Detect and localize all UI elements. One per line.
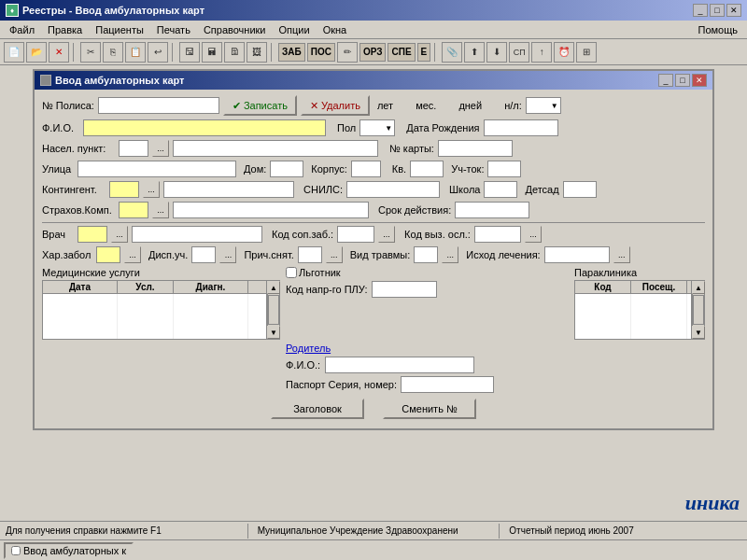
ulitsa-input[interactable] <box>78 161 236 177</box>
roditel-row: Родитель <box>286 343 705 354</box>
kontingent-lookup-btn[interactable]: ... <box>143 181 160 198</box>
toolbar-new[interactable]: 📄 <box>4 42 24 63</box>
kod-sop-input[interactable] <box>337 226 374 243</box>
kod-sop-lookup-btn[interactable]: ... <box>378 226 395 243</box>
delete-button[interactable]: ✕ Удалить <box>301 95 370 116</box>
maximize-button[interactable]: □ <box>710 4 725 17</box>
menu-references[interactable]: Справочники <box>198 23 272 36</box>
kontingent-code-input[interactable] <box>109 181 139 198</box>
vrach-code-input[interactable] <box>78 226 107 243</box>
pol-dropdown[interactable]: ▼ <box>359 119 395 136</box>
para-scroll-up[interactable]: ▲ <box>692 281 705 294</box>
nasel-name-input[interactable] <box>173 140 378 157</box>
toolbar-pen[interactable]: ✏ <box>337 42 358 63</box>
toolbar-down[interactable]: ⬇ <box>486 42 507 63</box>
menu-options[interactable]: Опции <box>274 23 316 36</box>
toolbar-arr[interactable]: ↑ <box>531 42 552 63</box>
menu-help[interactable]: Помощь <box>693 23 744 36</box>
smenit-button[interactable]: Сменить № <box>383 399 476 419</box>
prich-code-input[interactable] <box>298 246 322 263</box>
polisa-input[interactable] <box>98 97 219 114</box>
let-label: лет <box>377 100 393 111</box>
karta-input[interactable] <box>438 140 513 157</box>
pasport-input[interactable] <box>401 376 494 393</box>
para-scroll-down[interactable]: ▼ <box>692 326 705 339</box>
toolbar-copy[interactable]: ⎘ <box>103 42 123 63</box>
strahov-name-input[interactable] <box>173 202 369 218</box>
para-cell-kod-3 <box>575 324 631 339</box>
kod-vyz-lookup-btn[interactable]: ... <box>525 226 542 243</box>
menu-windows[interactable]: Окна <box>317 23 353 36</box>
nl-dropdown[interactable]: ▼ <box>526 97 561 114</box>
minimize-button[interactable]: _ <box>693 4 708 17</box>
menu-file[interactable]: Файл <box>4 23 40 36</box>
xar-code-input[interactable] <box>96 246 120 263</box>
detsad-input[interactable] <box>563 181 597 198</box>
nasel-lookup-btn[interactable]: ... <box>152 140 169 157</box>
isxod-lookup-btn[interactable]: ... <box>613 246 630 263</box>
scroll-up-arrow[interactable]: ▲ <box>267 281 280 294</box>
status-help: Для получения справки нажмите F1 <box>6 525 238 536</box>
menu-edit[interactable]: Правка <box>42 23 88 36</box>
kv-input[interactable] <box>410 161 444 177</box>
nasel-code-input[interactable] <box>119 140 148 157</box>
srok-input[interactable] <box>455 202 529 218</box>
toolbar-attach[interactable]: 📎 <box>442 42 462 63</box>
disp-code-input[interactable] <box>191 246 216 263</box>
taskbar-checkbox[interactable] <box>11 546 21 555</box>
menu-print[interactable]: Печать <box>151 23 196 36</box>
dob-input[interactable] <box>484 119 558 136</box>
korpus-input[interactable] <box>351 161 381 177</box>
toolbar-up[interactable]: ⬆ <box>464 42 485 63</box>
isxod-input[interactable] <box>544 246 610 263</box>
toolbar-t2[interactable]: 🖬 <box>202 42 222 63</box>
scroll-down-arrow[interactable]: ▼ <box>267 326 280 339</box>
kod-vyz-input[interactable] <box>474 226 521 243</box>
toolbar-open[interactable]: 📂 <box>26 42 47 63</box>
toolbar-label-spe: СПЕ <box>388 43 415 62</box>
vrach-lookup-btn[interactable]: ... <box>111 226 128 243</box>
toolbar-cut[interactable]: ✂ <box>80 42 101 63</box>
close-button[interactable]: ✕ <box>726 4 741 17</box>
vid-lookup-btn[interactable]: ... <box>442 246 458 263</box>
save-button[interactable]: ✔ Записать <box>223 95 297 116</box>
toolbar-clock[interactable]: ⏰ <box>554 42 574 63</box>
toolbar-grid[interactable]: ⊞ <box>576 42 597 63</box>
dialog-close[interactable]: ✕ <box>692 74 707 87</box>
fio-input[interactable] <box>83 119 326 136</box>
toolbar-t1[interactable]: 🖫 <box>179 42 200 63</box>
lgotnik-checkbox[interactable] <box>286 267 297 278</box>
prich-lookup-btn[interactable]: ... <box>326 246 343 263</box>
dom-input[interactable] <box>270 161 303 177</box>
vrach-name-input[interactable] <box>132 226 262 243</box>
snils-input[interactable] <box>346 181 440 198</box>
para-scrollbar[interactable]: ▲ ▼ <box>692 280 705 340</box>
fio2-row: Ф.И.О.: <box>286 357 705 373</box>
zagolovok-button[interactable]: Заголовок <box>271 399 364 419</box>
services-scrollbar[interactable]: ▲ ▼ <box>267 280 280 340</box>
xar-lookup-btn[interactable]: ... <box>124 246 141 263</box>
strahov-code-input[interactable] <box>119 202 148 218</box>
menu-patients[interactable]: Пациенты <box>90 23 149 36</box>
kod-napr-input[interactable] <box>372 281 437 298</box>
uchток-input[interactable] <box>487 161 521 177</box>
strahov-lookup-btn[interactable]: ... <box>152 202 169 218</box>
dialog-maximize[interactable]: □ <box>675 74 690 87</box>
toolbar-undo[interactable]: ↩ <box>148 42 168 63</box>
toolbar-sp[interactable]: СП <box>509 42 529 63</box>
toolbar-delete[interactable]: ✕ <box>49 42 69 63</box>
dialog-minimize[interactable]: _ <box>658 74 673 87</box>
para-row-2 <box>575 309 691 324</box>
shkola-input[interactable] <box>484 181 517 198</box>
strahov-label: Страхов.Комп. <box>42 204 115 216</box>
taskbar-item[interactable]: Ввод амбулаторных к <box>4 542 134 559</box>
toolbar-t4[interactable]: 🖼 <box>247 42 267 63</box>
disp-lookup-btn[interactable]: ... <box>219 246 236 263</box>
dialog-title-left: Ввод амбулаторных карт <box>40 75 185 86</box>
para-label: Параклиника <box>574 267 705 278</box>
fio2-input[interactable] <box>325 357 474 373</box>
vid-code-input[interactable] <box>414 246 438 263</box>
toolbar-t3[interactable]: 🖺 <box>224 42 245 63</box>
kontingent-name-input[interactable] <box>163 181 294 198</box>
toolbar-paste[interactable]: 📋 <box>125 42 146 63</box>
